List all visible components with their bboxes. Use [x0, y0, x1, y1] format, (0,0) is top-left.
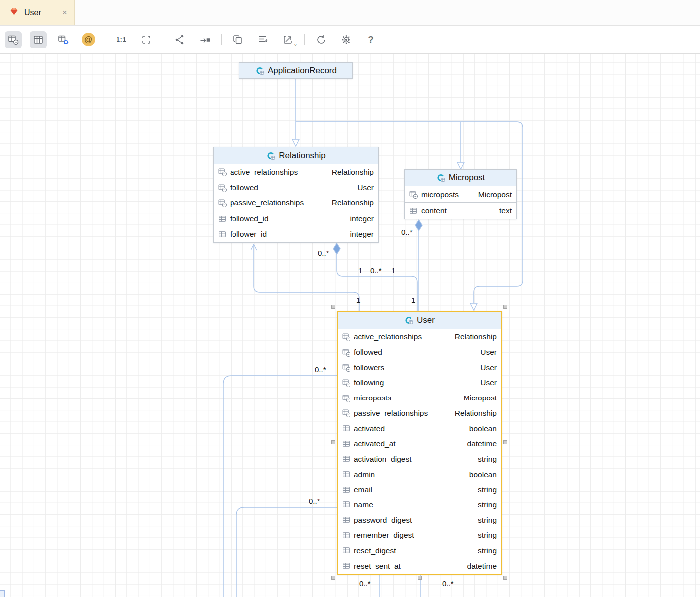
export-diagram-button[interactable]: ˅: [279, 31, 296, 48]
apply-layout-button[interactable]: [254, 31, 271, 48]
table-row[interactable]: passive_relationships Relationship: [214, 196, 378, 211]
association-icon: [409, 190, 418, 199]
multiplicity-label: 0..*: [315, 365, 326, 374]
selection-handle[interactable]: [503, 305, 507, 309]
table-row[interactable]: passive_relationships Relationship: [338, 405, 501, 421]
node-title: Relationship: [279, 151, 326, 161]
table-row[interactable]: reset_digest string: [338, 543, 501, 559]
column-type: datetime: [467, 439, 497, 448]
node-header[interactable]: Relationship: [214, 147, 378, 164]
association-type: User: [480, 348, 497, 357]
node-micropost[interactable]: Micropost microposts Micropost content t…: [404, 169, 517, 219]
selection-handle[interactable]: [331, 440, 335, 444]
column-icon: [342, 531, 350, 540]
selection-handle[interactable]: [503, 576, 507, 580]
association-icon: [342, 348, 350, 357]
column-icon: [342, 546, 350, 555]
association-type: Relationship: [332, 168, 374, 177]
table-row[interactable]: followed User: [338, 345, 501, 360]
table-row[interactable]: followers User: [338, 360, 501, 375]
table-row[interactable]: followed User: [214, 180, 378, 195]
diagram-toolbar: @ 1:1 ˅: [0, 26, 700, 54]
table-row[interactable]: email string: [338, 482, 501, 498]
toolbar-separator: [304, 34, 305, 45]
show-associations-button[interactable]: [5, 31, 22, 48]
node-header[interactable]: ApplicationRecord: [239, 63, 352, 78]
diagram-canvas[interactable]: 0..* 0..* 1 0..* 1 1 1 0..* 0..* 0..* 0.…: [0, 54, 700, 597]
table-row[interactable]: remember_digest string: [338, 528, 501, 543]
table-row[interactable]: admin boolean: [338, 467, 501, 482]
column-name: password_digest: [354, 516, 412, 525]
table-row[interactable]: reset_sent_at datetime: [338, 558, 501, 574]
split-edges-button[interactable]: [171, 31, 188, 48]
chevron-down-icon: ˅: [294, 43, 297, 48]
multiplicity-label: 1: [411, 296, 415, 304]
refresh-button[interactable]: [313, 31, 330, 48]
selection-handle[interactable]: [331, 305, 335, 309]
table-row[interactable]: activated boolean: [338, 421, 501, 436]
table-row[interactable]: name string: [338, 498, 501, 513]
node-user[interactable]: User active_relationships Relationship f…: [337, 311, 502, 575]
table-row[interactable]: active_relationships Relationship: [214, 164, 378, 180]
editor-tab-bar: User ×: [0, 0, 700, 26]
node-header[interactable]: Micropost: [405, 170, 516, 186]
jump-to-source-button[interactable]: [196, 31, 213, 48]
column-icon: [342, 486, 350, 494]
table-row[interactable]: followed_id integer: [214, 211, 378, 226]
table-row[interactable]: following User: [338, 375, 501, 391]
association-type: User: [480, 363, 497, 372]
node-title: Micropost: [449, 173, 485, 183]
column-type: string: [478, 485, 497, 494]
multiplicity-label: 1: [358, 266, 362, 275]
mention-button[interactable]: @: [80, 31, 97, 48]
column-name: activated_at: [354, 439, 396, 448]
table-row[interactable]: microposts Micropost: [338, 391, 501, 406]
show-columns-button[interactable]: [30, 31, 47, 48]
table-row[interactable]: content text: [405, 202, 516, 219]
association-icon: [218, 168, 227, 176]
help-button[interactable]: ?: [362, 31, 379, 48]
selection-handle[interactable]: [418, 576, 422, 580]
node-application-record[interactable]: ApplicationRecord: [239, 62, 353, 79]
table-row[interactable]: activation_digest string: [338, 452, 501, 467]
close-tab-icon[interactable]: ×: [62, 8, 67, 17]
column-type: string: [478, 455, 497, 464]
ruby-file-icon: [9, 6, 19, 19]
column-type: integer: [350, 214, 374, 223]
association-type: Relationship: [455, 409, 497, 418]
column-icon: [218, 230, 227, 239]
selection-handle[interactable]: [503, 440, 507, 444]
settings-gear-button[interactable]: [338, 31, 354, 48]
fit-content-button[interactable]: [138, 31, 155, 48]
column-name: email: [354, 485, 372, 494]
column-icon: [342, 470, 350, 479]
table-row[interactable]: active_relationships Relationship: [338, 329, 501, 345]
node-header[interactable]: User: [338, 312, 501, 329]
multiplicity-label: 1: [356, 296, 360, 304]
copy-diagram-button[interactable]: [230, 31, 246, 48]
question-mark-icon: ?: [368, 34, 374, 45]
association-icon: [218, 184, 227, 192]
table-settings-button[interactable]: [55, 31, 72, 48]
column-name: remember_digest: [354, 531, 414, 540]
selection-handle[interactable]: [331, 576, 335, 580]
offscreen-node-fragment: [0, 590, 5, 597]
multiplicity-label: 1: [391, 266, 395, 275]
table-row[interactable]: password_digest string: [338, 512, 501, 528]
association-name: followed: [230, 183, 258, 192]
node-relationship[interactable]: Relationship active_relationships Relati…: [213, 147, 379, 243]
multiplicity-label: 0..*: [359, 579, 371, 588]
table-row[interactable]: follower_id integer: [214, 227, 378, 242]
association-name: followed: [354, 348, 382, 357]
actual-size-button[interactable]: 1:1: [113, 31, 130, 48]
tab-user[interactable]: User ×: [0, 0, 75, 25]
column-type: text: [499, 206, 512, 215]
association-type: Micropost: [478, 190, 512, 199]
table-row[interactable]: microposts Micropost: [405, 186, 516, 202]
column-name: activation_digest: [354, 455, 411, 464]
association-type: Relationship: [332, 199, 374, 207]
column-name: activated: [354, 424, 385, 433]
association-icon: [342, 394, 350, 402]
column-icon: [342, 440, 350, 448]
table-row[interactable]: activated_at datetime: [338, 436, 501, 452]
